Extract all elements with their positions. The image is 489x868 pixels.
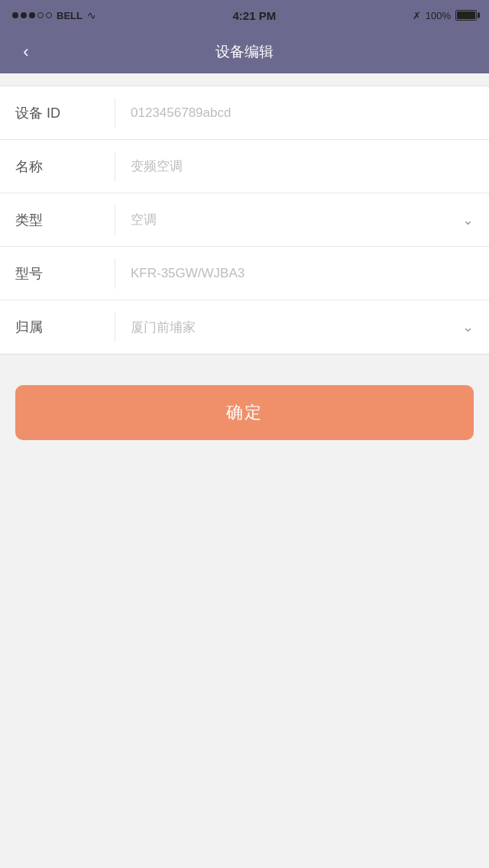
form-row-type[interactable]: 类型 空调 ⌄ xyxy=(0,193,489,247)
divider-type xyxy=(115,205,115,235)
signal-dot-5 xyxy=(46,12,52,18)
battery-fill xyxy=(457,11,475,19)
signal-dot-3 xyxy=(29,12,35,18)
chevron-down-icon-type: ⌄ xyxy=(462,212,474,228)
status-time: 4:21 PM xyxy=(233,9,277,22)
divider-model xyxy=(115,258,115,289)
chevron-down-icon-belong: ⌄ xyxy=(462,319,474,335)
signal-dot-4 xyxy=(37,12,44,18)
form-row-device-id: 设备 ID 0123456789abcd xyxy=(0,86,489,140)
status-right: ✗ 100% xyxy=(413,10,477,21)
battery-text: 100% xyxy=(426,10,451,21)
divider-name xyxy=(115,151,115,182)
carrier-label: BELL xyxy=(57,10,83,21)
button-area: 确定 xyxy=(0,355,489,455)
value-belong: 厦门前埔家 xyxy=(131,319,456,336)
label-name: 名称 xyxy=(15,157,115,176)
back-button[interactable]: ‹ xyxy=(12,38,40,66)
label-belong: 归属 xyxy=(15,318,115,336)
divider-belong xyxy=(115,312,115,342)
signal-dot-2 xyxy=(21,12,27,18)
select-belong-wrapper[interactable]: 厦门前埔家 ⌄ xyxy=(131,319,474,336)
form-row-belong[interactable]: 归属 厦门前埔家 ⌄ xyxy=(0,300,489,354)
select-type-wrapper[interactable]: 空调 ⌄ xyxy=(131,211,474,228)
value-type: 空调 xyxy=(131,211,456,228)
signal-dot-1 xyxy=(12,12,18,18)
bluetooth-icon: ✗ xyxy=(413,10,421,21)
confirm-button[interactable]: 确定 xyxy=(15,385,474,440)
label-model: 型号 xyxy=(15,264,115,283)
label-device-id: 设备 ID xyxy=(15,104,115,122)
signal-dots xyxy=(12,12,52,18)
value-device-id: 0123456789abcd xyxy=(131,105,474,121)
wifi-icon: ∿ xyxy=(87,9,96,21)
form-row-model[interactable]: 型号 KFR-35GW/WJBA3 xyxy=(0,247,489,300)
divider-device-id xyxy=(115,98,115,128)
page-title: 设备编辑 xyxy=(215,42,274,62)
label-type: 类型 xyxy=(15,211,115,229)
battery-icon xyxy=(455,10,477,21)
value-name[interactable]: 变频空调 xyxy=(131,157,474,175)
form-row-name[interactable]: 名称 变频空调 xyxy=(0,140,489,193)
nav-bar: ‹ 设备编辑 xyxy=(0,31,489,73)
form-container: 设备 ID 0123456789abcd 名称 变频空调 类型 空调 ⌄ 型号 … xyxy=(0,86,489,355)
status-bar: BELL ∿ 4:21 PM ✗ 100% xyxy=(0,0,489,31)
status-left: BELL ∿ xyxy=(12,9,96,21)
value-model[interactable]: KFR-35GW/WJBA3 xyxy=(131,266,474,281)
